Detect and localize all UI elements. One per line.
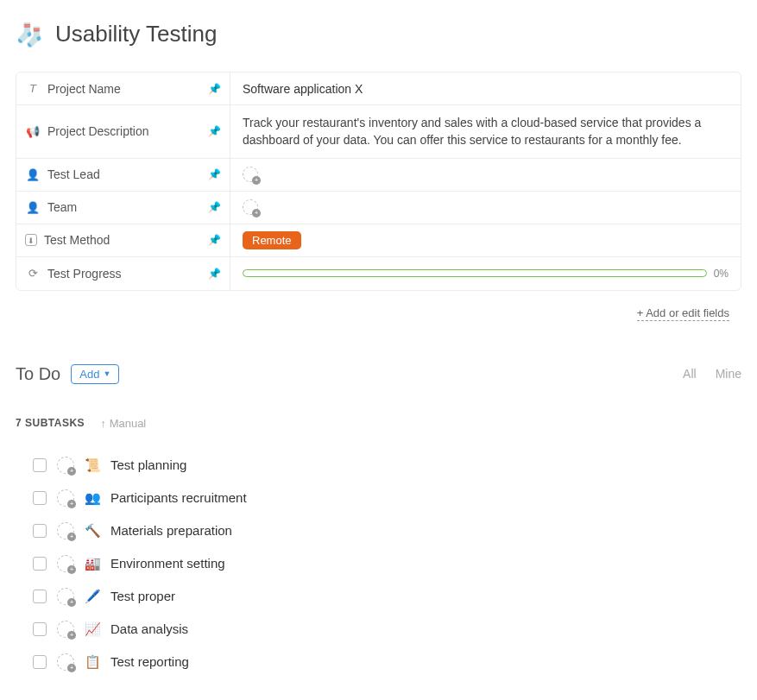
field-row: 👤Team📌: [16, 192, 741, 224]
subtask-checkbox[interactable]: [33, 458, 47, 472]
subtask-row[interactable]: 👥Participants recruitment: [33, 482, 741, 514]
sort-button[interactable]: ↑ Manual: [100, 417, 146, 430]
subtask-row[interactable]: 📈Data analysis: [33, 613, 741, 646]
subtask-list: 📜Test planning👥Participants recruitment🔨…: [16, 449, 741, 678]
subtask-title: Test planning: [110, 457, 186, 472]
subtask-emoji: 🔨: [85, 523, 100, 539]
assignee-placeholder-icon[interactable]: [57, 489, 74, 507]
subtask-emoji: 📜: [85, 457, 100, 473]
pin-icon[interactable]: 📌: [208, 125, 221, 137]
sort-label: Manual: [110, 417, 147, 430]
todo-header: To Do Add ▼ All Mine: [16, 364, 741, 384]
field-label[interactable]: ⟳Test Progress📌: [16, 257, 230, 290]
subtask-count: 7 SUBTASKS: [16, 417, 85, 429]
pin-icon[interactable]: 📌: [208, 201, 221, 213]
field-row: ⟳Test Progress📌0%: [16, 257, 741, 290]
pin-icon[interactable]: 📌: [208, 168, 221, 180]
field-label[interactable]: ⬇Test Method📌: [16, 224, 230, 256]
field-value[interactable]: Software application X: [230, 73, 741, 104]
subtask-title: Test reporting: [110, 654, 189, 669]
subtask-emoji: 👥: [85, 490, 100, 506]
filter-all[interactable]: All: [683, 367, 697, 381]
field-type-icon: 👤: [25, 201, 41, 214]
field-value[interactable]: Remote: [230, 224, 741, 256]
add-button-label: Add: [79, 368, 99, 381]
subtask-title: Data analysis: [110, 621, 188, 636]
field-label-text: Test Progress: [47, 267, 122, 281]
subtask-row[interactable]: 🔨Materials preparation: [33, 514, 741, 547]
progress-percent: 0%: [714, 268, 729, 280]
unassigned-user-icon[interactable]: [243, 167, 258, 182]
todo-filters: All Mine: [683, 367, 741, 381]
pin-icon[interactable]: 📌: [208, 234, 221, 246]
add-button[interactable]: Add ▼: [71, 364, 119, 384]
pin-icon[interactable]: 📌: [208, 83, 221, 95]
subtask-title: Test proper: [110, 589, 175, 603]
assignee-placeholder-icon[interactable]: [57, 555, 74, 572]
unassigned-user-icon[interactable]: [243, 199, 258, 215]
subtask-meta: 7 SUBTASKS ↑ Manual: [16, 417, 741, 430]
field-value[interactable]: [230, 192, 741, 224]
subtask-checkbox[interactable]: [33, 524, 47, 538]
arrow-up-icon: ↑: [100, 417, 106, 430]
subtask-checkbox[interactable]: [33, 622, 47, 636]
progress-track: [243, 269, 707, 277]
subtask-checkbox[interactable]: [33, 655, 47, 669]
field-value[interactable]: 0%: [230, 257, 741, 290]
subtask-emoji: 📋: [85, 654, 100, 670]
field-type-icon: T: [25, 82, 41, 95]
page-header: 🧦 Usability Testing: [16, 21, 741, 47]
subtask-checkbox[interactable]: [33, 590, 47, 603]
field-label-text: Project Description: [47, 124, 149, 138]
field-label-text: Test Method: [44, 233, 110, 247]
field-row: 📢Project Description📌Track your restaura…: [16, 105, 741, 159]
subtask-row[interactable]: 🏭Environment setting: [33, 547, 741, 580]
field-label-text: Project Name: [47, 82, 121, 96]
assignee-placeholder-icon[interactable]: [57, 588, 74, 605]
assignee-placeholder-icon[interactable]: [57, 457, 74, 474]
assignee-placeholder-icon[interactable]: [57, 522, 74, 539]
assignee-placeholder-icon[interactable]: [57, 653, 74, 671]
subtask-row[interactable]: 📋Test reporting: [33, 646, 741, 678]
page-emoji: 🧦: [16, 23, 43, 46]
subtask-emoji: 📈: [85, 621, 100, 637]
field-value[interactable]: [230, 159, 741, 191]
assignee-placeholder-icon[interactable]: [57, 621, 74, 638]
subtask-checkbox[interactable]: [33, 557, 47, 571]
field-type-icon: ⬇: [25, 234, 37, 246]
subtask-row[interactable]: 🖊️Test proper: [33, 580, 741, 613]
field-label-text: Team: [47, 200, 77, 214]
field-row: ⬇Test Method📌Remote: [16, 224, 741, 257]
page-title: Usability Testing: [55, 21, 217, 47]
field-type-icon: 👤: [25, 168, 41, 181]
field-label[interactable]: 📢Project Description📌: [16, 105, 230, 158]
subtask-title: Materials preparation: [110, 523, 232, 538]
progress-bar[interactable]: 0%: [243, 268, 729, 280]
subtask-title: Environment setting: [110, 556, 225, 571]
subtask-emoji: 🖊️: [85, 589, 100, 604]
add-edit-fields-label: + Add or edit fields: [637, 306, 729, 321]
subtask-emoji: 🏭: [85, 556, 100, 571]
field-value[interactable]: Track your restaurant's inventory and sa…: [230, 105, 741, 158]
field-type-icon: 📢: [25, 125, 41, 138]
field-label-text: Test Lead: [47, 167, 100, 181]
subtask-title: Participants recruitment: [110, 490, 247, 505]
field-row: 👤Test Lead📌: [16, 159, 741, 192]
field-label[interactable]: TProject Name📌: [16, 73, 230, 104]
field-value-text: Track your restaurant's inventory and sa…: [243, 114, 729, 149]
todo-title: To Do: [16, 364, 60, 384]
field-row: TProject Name📌Software application X: [16, 73, 741, 105]
chevron-down-icon: ▼: [103, 369, 110, 378]
pin-icon[interactable]: 📌: [208, 268, 221, 280]
field-type-icon: ⟳: [25, 267, 41, 280]
subtask-row[interactable]: 📜Test planning: [33, 449, 741, 482]
method-badge[interactable]: Remote: [243, 231, 301, 249]
field-value-text: Software application X: [243, 82, 363, 96]
fields-table: TProject Name📌Software application X📢Pro…: [16, 72, 741, 291]
add-edit-fields-button[interactable]: + Add or edit fields: [625, 298, 741, 323]
field-label[interactable]: 👤Test Lead📌: [16, 159, 230, 191]
subtask-checkbox[interactable]: [33, 491, 47, 505]
filter-mine[interactable]: Mine: [716, 367, 741, 381]
field-label[interactable]: 👤Team📌: [16, 192, 230, 224]
